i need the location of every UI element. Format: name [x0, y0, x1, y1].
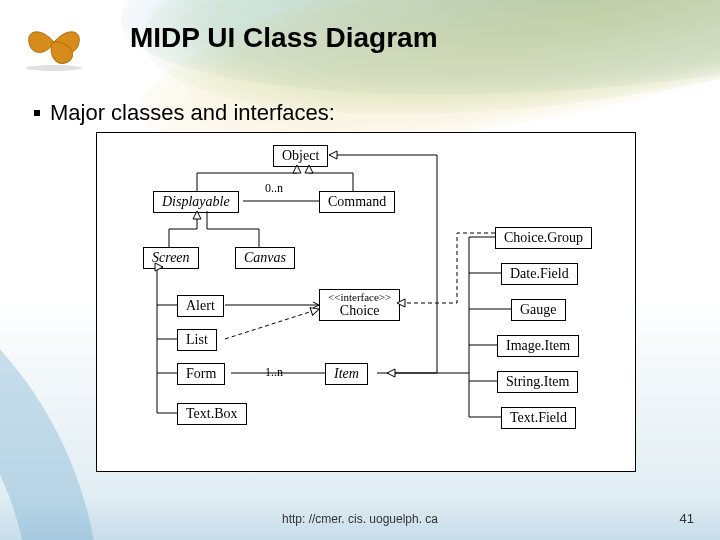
class-stringitem: String.Item — [497, 371, 578, 393]
bullet-icon — [34, 110, 40, 116]
class-textfield: Text.Field — [501, 407, 576, 429]
class-textbox: Text.Box — [177, 403, 247, 425]
footer-url: http: //cmer. cis. uoguelph. ca — [0, 512, 720, 526]
class-alert: Alert — [177, 295, 224, 317]
class-displayable: Displayable — [153, 191, 239, 213]
class-canvas: Canvas — [235, 247, 295, 269]
slide-title: MIDP UI Class Diagram — [130, 22, 438, 54]
class-item: Item — [325, 363, 368, 385]
svg-point-0 — [26, 65, 82, 71]
class-choice: <<interface>> Choice — [319, 289, 400, 321]
class-choicegroup: Choice.Group — [495, 227, 592, 249]
class-imageitem: Image.Item — [497, 335, 579, 357]
class-object: Object — [273, 145, 328, 167]
class-choice-name: Choice — [340, 303, 380, 318]
class-diagram: Object Displayable Command Screen Canvas… — [96, 132, 636, 472]
class-form: Form — [177, 363, 225, 385]
decor-band-left — [0, 220, 100, 540]
class-gauge: Gauge — [511, 299, 566, 321]
multiplicity-form-item: 1..n — [265, 365, 283, 380]
logo-trefoil-icon — [20, 12, 88, 72]
bullet-major-classes: Major classes and interfaces: — [34, 100, 335, 126]
class-datefield: Date.Field — [501, 263, 578, 285]
slide: MIDP UI Class Diagram Major classes and … — [0, 0, 720, 540]
class-command: Command — [319, 191, 395, 213]
stereotype-label: <<interface>> — [328, 291, 391, 303]
multiplicity-disp-cmd: 0..n — [265, 181, 283, 196]
bullet-text: Major classes and interfaces: — [50, 100, 335, 126]
page-number: 41 — [680, 511, 694, 526]
class-screen: Screen — [143, 247, 199, 269]
class-list: List — [177, 329, 217, 351]
